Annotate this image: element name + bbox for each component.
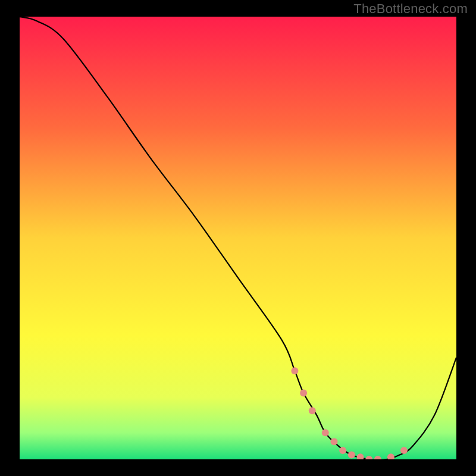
highlight-dot: [348, 452, 355, 459]
highlight-dot: [400, 447, 408, 454]
highlight-dot: [300, 389, 307, 396]
attribution-label: TheBottleneck.com: [353, 1, 468, 17]
highlight-dot: [291, 367, 298, 374]
highlight-dot: [330, 438, 337, 445]
highlight-dot: [309, 407, 316, 414]
gradient-background: [20, 17, 456, 459]
highlight-dot: [322, 429, 329, 436]
bottleneck-chart: [20, 17, 456, 459]
highlight-dot: [339, 447, 346, 454]
plot-area: [20, 17, 456, 459]
chart-frame: TheBottleneck.com: [0, 0, 476, 476]
